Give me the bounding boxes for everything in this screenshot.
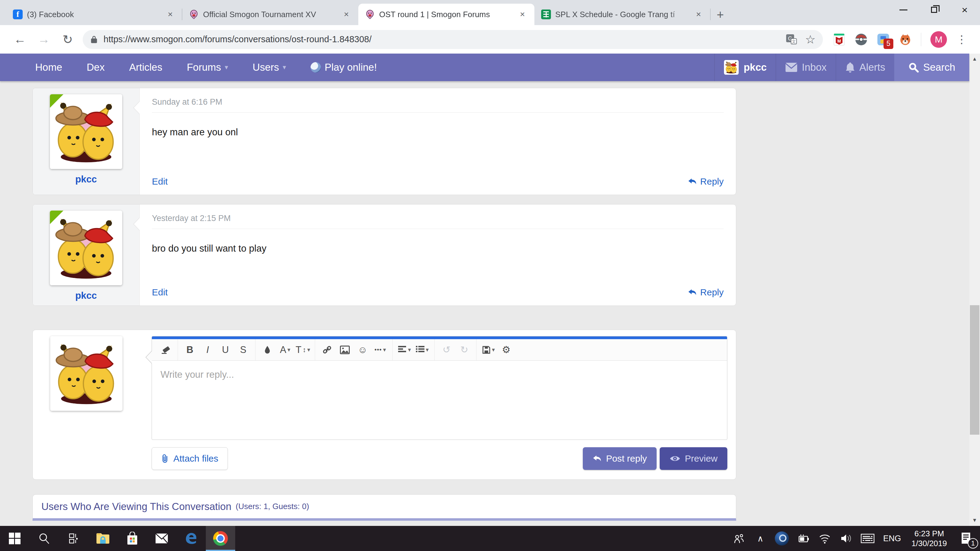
chevron-down-icon: ▾: [307, 346, 310, 353]
red-panda-extension-icon[interactable]: [899, 33, 912, 46]
wifi-icon[interactable]: [814, 526, 835, 551]
lickitung-favicon: [365, 10, 375, 19]
more-options-button[interactable]: ••• ▾: [371, 339, 389, 360]
file-explorer-icon: [96, 532, 110, 545]
nav-account-chip[interactable]: pkcc: [714, 54, 776, 81]
chevron-down-icon: ▾: [283, 64, 286, 71]
avatar[interactable]: [50, 94, 122, 169]
nav-forums[interactable]: Forums ▾: [175, 54, 240, 81]
browser-scrollbar[interactable]: ▲ ▼: [969, 54, 980, 526]
nav-search[interactable]: Search: [894, 54, 969, 81]
avatar[interactable]: [50, 211, 122, 285]
pokeball-extension-icon[interactable]: [855, 33, 868, 46]
microsoft-store-button[interactable]: [118, 526, 147, 551]
message-author[interactable]: pkcc: [33, 174, 139, 185]
nav-home[interactable]: Home: [23, 54, 75, 81]
avatar: [724, 60, 739, 75]
message-timestamp[interactable]: Sunday at 6:16 PM: [152, 97, 724, 107]
tab-close-icon[interactable]: ×: [165, 10, 175, 19]
preview-button[interactable]: Preview: [660, 447, 727, 470]
scrollbar-thumb[interactable]: [970, 305, 979, 435]
message-timestamp[interactable]: Yesterday at 2:15 PM: [152, 214, 724, 223]
puzzle-extension-icon[interactable]: 5: [877, 33, 890, 46]
alignment-button[interactable]: ▾: [396, 339, 414, 360]
bookmark-star-icon[interactable]: ☆: [805, 33, 816, 46]
showdown-icon: [310, 62, 321, 73]
nav-articles[interactable]: Articles: [117, 54, 175, 81]
windows-taskbar: ∧: [0, 526, 980, 551]
tab-ost-round-1-active[interactable]: OST round 1 | Smogon Forums ×: [358, 4, 535, 25]
task-view-icon: [68, 533, 79, 544]
nav-users[interactable]: Users ▾: [240, 54, 298, 81]
edit-link[interactable]: Edit: [152, 287, 168, 297]
nav-inbox[interactable]: Inbox: [776, 54, 836, 81]
reply-link[interactable]: Reply: [688, 176, 724, 187]
edit-link[interactable]: Edit: [152, 176, 168, 187]
post-reply-button[interactable]: Post reply: [583, 447, 657, 470]
tab-spl-schedule[interactable]: SPL X Schedule - Google Trang tí ×: [535, 4, 711, 25]
battery-icon[interactable]: [792, 526, 814, 551]
underline-button[interactable]: U: [216, 339, 234, 360]
new-tab-button[interactable]: +: [711, 5, 730, 24]
strikethrough-button[interactable]: S: [234, 339, 252, 360]
insert-smilie-button[interactable]: ☺: [354, 339, 371, 360]
undo-button[interactable]: ↺: [438, 339, 455, 360]
paperclip-icon: [161, 454, 169, 463]
reply-textarea[interactable]: Write your reply...: [152, 360, 727, 440]
bold-button[interactable]: B: [181, 339, 199, 360]
chrome-taskbar-button[interactable]: [206, 526, 235, 551]
url-text[interactable]: https://www.smogon.com/forums/conversati…: [103, 34, 778, 44]
steam-tray-icon[interactable]: [771, 526, 792, 551]
remove-format-button[interactable]: [157, 339, 175, 360]
italic-button[interactable]: I: [199, 339, 216, 360]
font-size-button[interactable]: T ↕ ▾: [294, 339, 312, 360]
touch-keyboard-icon[interactable]: [857, 526, 878, 551]
mail-button[interactable]: [147, 526, 177, 551]
volume-icon[interactable]: [835, 526, 857, 551]
people-button[interactable]: [728, 526, 750, 551]
tab-close-icon[interactable]: ×: [517, 10, 528, 19]
forward-button[interactable]: →: [32, 32, 56, 46]
scroll-down-icon[interactable]: ▼: [969, 517, 980, 524]
language-indicator[interactable]: ENG: [878, 534, 906, 543]
tab-close-icon[interactable]: ×: [341, 10, 352, 19]
minimize-button[interactable]: [888, 0, 919, 20]
attach-files-button[interactable]: Attach files: [151, 447, 228, 470]
restore-button[interactable]: [919, 0, 950, 20]
wifi-icon: [819, 533, 831, 544]
tab-smogon-tournament[interactable]: Official Smogon Tournament XV ×: [182, 4, 358, 25]
taskbar-search-button[interactable]: [29, 526, 59, 551]
chrome-menu-icon[interactable]: ⋮: [951, 33, 972, 46]
scroll-up-icon[interactable]: ▲: [969, 56, 980, 62]
reply-link[interactable]: Reply: [688, 287, 724, 297]
avatar[interactable]: [50, 336, 123, 411]
start-button[interactable]: [0, 526, 29, 551]
file-explorer-button[interactable]: [88, 526, 118, 551]
mcafee-extension-icon[interactable]: M: [833, 33, 846, 46]
tab-close-icon[interactable]: ×: [694, 10, 704, 19]
nav-alerts[interactable]: Alerts: [836, 54, 894, 81]
redo-button[interactable]: ↻: [455, 339, 473, 360]
chrome-profile-avatar[interactable]: M: [931, 31, 947, 48]
text-color-button[interactable]: [258, 339, 276, 360]
back-button[interactable]: ←: [8, 32, 32, 46]
nav-play-online[interactable]: Play online!: [298, 54, 389, 81]
insert-link-button[interactable]: [318, 339, 336, 360]
editor-settings-button[interactable]: ⚙: [497, 339, 515, 360]
drafts-button[interactable]: ▾: [480, 339, 497, 360]
address-bar[interactable]: https://www.smogon.com/forums/conversati…: [83, 30, 823, 49]
list-button[interactable]: ▾: [414, 339, 431, 360]
reload-button[interactable]: ↻: [56, 32, 80, 46]
font-family-button[interactable]: A ▾: [276, 339, 294, 360]
tray-expand-chevron[interactable]: ∧: [750, 526, 771, 551]
translate-icon[interactable]: G 文: [786, 34, 797, 45]
taskbar-clock[interactable]: 6:23 PM 1/30/2019: [906, 529, 953, 548]
task-view-button[interactable]: [59, 526, 88, 551]
nav-dex[interactable]: Dex: [75, 54, 117, 81]
action-center-button[interactable]: 1: [953, 526, 980, 551]
edge-button[interactable]: [177, 526, 206, 551]
message-author[interactable]: pkcc: [33, 290, 139, 301]
close-window-button[interactable]: ×: [950, 0, 980, 20]
insert-image-button[interactable]: [336, 339, 354, 360]
tab-facebook[interactable]: f (3) Facebook ×: [6, 4, 182, 25]
